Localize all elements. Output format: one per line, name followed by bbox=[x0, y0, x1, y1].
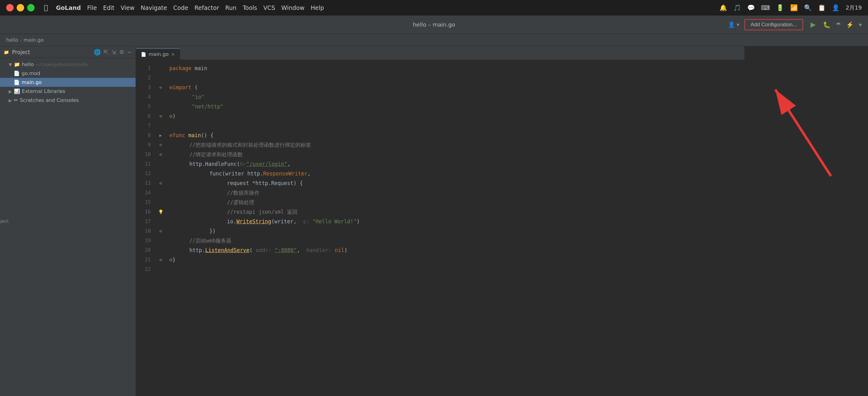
code-line-9: //把前端请求的格式和封装处理函数进行绑定的标签 bbox=[169, 140, 744, 150]
window-title: hello – main.go bbox=[413, 21, 455, 28]
code-line-19: //启动web服务器 bbox=[169, 236, 744, 246]
notification-icon[interactable]: 🔔 bbox=[719, 4, 727, 11]
debug-button[interactable]: 🐛 bbox=[823, 21, 831, 28]
folder-label: hello ~/Code/goRoot/src/hello bbox=[22, 61, 88, 67]
code-line-11: http.HandleFunc(©✓"/user/login", bbox=[169, 159, 744, 169]
menubar-tools[interactable]: Tools bbox=[243, 4, 257, 11]
tree-item-scratches[interactable]: ▶ ✏ Scratches and Consoles bbox=[0, 96, 135, 105]
user-icon[interactable]: 👤 bbox=[832, 4, 840, 11]
menubar-time: 2月19 bbox=[846, 4, 862, 11]
keyboard-icon[interactable]: ⌨ bbox=[761, 4, 770, 11]
apple-menu-icon[interactable]:  bbox=[44, 4, 48, 11]
gutter-bp-3[interactable]: ⊖ bbox=[154, 83, 167, 92]
breadcrumb-file[interactable]: main.go bbox=[24, 37, 43, 43]
titlebar-right-controls: 👤 ▾ Add Configuration... ▶ 🐛 ☂ ⚡ ▾ bbox=[728, 19, 862, 30]
code-line-17: io.WriteString(writer, s: "Hello World!"… bbox=[169, 217, 744, 226]
code-line-6: ⊖) bbox=[169, 112, 744, 121]
expand-icon[interactable]: ⇲ bbox=[112, 49, 116, 55]
breadcrumb-project[interactable]: hello bbox=[6, 37, 18, 43]
go-tab-icon: 📄 bbox=[141, 52, 146, 57]
code-line-13: request *http.Request) { bbox=[169, 179, 744, 188]
menubar-goland[interactable]: GoLand bbox=[56, 4, 81, 11]
chat-icon[interactable]: 💬 bbox=[747, 4, 755, 11]
gutter-bulb-16[interactable]: 💡 bbox=[154, 207, 167, 217]
code-line-4: "io" bbox=[169, 92, 744, 102]
code-line-15: //逻辑处理 bbox=[169, 198, 744, 207]
globe-icon[interactable]: 🌐 bbox=[94, 49, 101, 55]
code-line-12: func(writer http.ResponseWriter, bbox=[169, 169, 744, 179]
music-icon[interactable]: 🎵 bbox=[733, 4, 741, 11]
more-options-button[interactable]: ▾ bbox=[859, 21, 862, 28]
collapse-all-icon[interactable]: ⇱ bbox=[104, 49, 108, 55]
battery-icon[interactable]: 🔋 bbox=[776, 4, 784, 11]
folder-icon: 📁 bbox=[4, 50, 9, 55]
go-mod-label: go.mod bbox=[22, 70, 40, 76]
gutter-bp-21[interactable]: ⊖ bbox=[154, 255, 167, 265]
gutter-run-8[interactable]: ▶ bbox=[154, 131, 167, 140]
control-center-icon[interactable]: 📋 bbox=[818, 4, 826, 11]
wifi-icon[interactable]: 📶 bbox=[790, 4, 798, 11]
code-line-5: "net/http" bbox=[169, 102, 744, 112]
code-line-3: ⊖import ( bbox=[169, 83, 744, 92]
expand-arrow-icon: ▶ bbox=[9, 89, 12, 94]
menubar-run[interactable]: Run bbox=[225, 4, 236, 11]
profile-button[interactable]: ⚡ bbox=[846, 21, 854, 28]
coverage-button[interactable]: ☂ bbox=[836, 21, 841, 28]
editor-tabs: 📄 main.go ✕ bbox=[136, 46, 744, 60]
gutter-bp-6[interactable]: ⊖ bbox=[154, 112, 167, 121]
code-line-22 bbox=[169, 265, 744, 274]
line-numbers: 12345 678910 1112131415 1617181920 2122 bbox=[136, 60, 154, 396]
add-configuration-button[interactable]: Add Configuration... bbox=[744, 19, 803, 30]
gutter-bp-10[interactable]: ⊖ bbox=[154, 150, 167, 159]
menubar-navigate[interactable]: Navigate bbox=[141, 4, 167, 11]
minimize-button[interactable] bbox=[17, 4, 24, 11]
menubar-vcs[interactable]: VCS bbox=[263, 4, 275, 11]
editor-area: 📄 main.go ✕ 12345 678910 1112131415 1617… bbox=[136, 46, 744, 396]
user-avatar-icon[interactable]: 👤 ▾ bbox=[728, 21, 740, 28]
svg-line-1 bbox=[775, 90, 831, 176]
gutter-bp-13[interactable]: ⊖ bbox=[154, 179, 167, 188]
scratches-label: Scratches and Consoles bbox=[20, 97, 79, 103]
search-icon[interactable]: 🔍 bbox=[804, 4, 812, 11]
menubar-file[interactable]: File bbox=[87, 4, 97, 11]
gutter-bp-9[interactable]: ⊖ bbox=[154, 140, 167, 150]
editor-tab-main-go[interactable]: 📄 main.go ✕ bbox=[136, 48, 180, 60]
project-tab-label[interactable]: Project bbox=[0, 217, 10, 225]
maximize-button[interactable] bbox=[27, 4, 35, 11]
sidebar-title: Project bbox=[12, 49, 91, 55]
code-editor[interactable]: 12345 678910 1112131415 1617181920 2122 … bbox=[136, 60, 744, 396]
expand-arrow-icon: ▼ bbox=[9, 62, 12, 67]
close-button[interactable] bbox=[6, 4, 13, 11]
menubar-right-icons: 🔔 🎵 💬 ⌨ 🔋 📶 🔍 📋 👤 2月19 bbox=[719, 4, 862, 11]
tree-item-hello-folder[interactable]: ▼ 📁 hello ~/Code/goRoot/src/hello bbox=[0, 60, 135, 69]
titlebar: hello – main.go 👤 ▾ Add Configuration...… bbox=[0, 16, 868, 34]
sidebar-toolbar: 📁 Project 🌐 ⇱ ⇲ ⚙ − bbox=[0, 46, 135, 58]
tree-item-external-libs[interactable]: ▶ 📊 External Libraries bbox=[0, 87, 135, 96]
menubar-code[interactable]: Code bbox=[173, 4, 188, 11]
lib-icon: 📊 bbox=[14, 88, 20, 94]
gutter-bp-18[interactable]: ⊖ bbox=[154, 226, 167, 236]
code-line-10: //绑定请求和处理函数 bbox=[169, 150, 744, 159]
menubar-help[interactable]: Help bbox=[311, 4, 324, 11]
code-line-14: //数据库操作 bbox=[169, 188, 744, 198]
code-line-8: ⊖func main() { bbox=[169, 131, 744, 140]
close-panel-icon[interactable]: − bbox=[127, 49, 132, 55]
menubar-view[interactable]: View bbox=[121, 4, 135, 11]
code-line-2 bbox=[169, 73, 744, 83]
code-content[interactable]: package main ⊖import ( "io" "net/http" ⊖… bbox=[167, 60, 744, 396]
traffic-lights bbox=[6, 4, 35, 11]
menubar-window[interactable]: Window bbox=[281, 4, 305, 11]
settings-icon[interactable]: ⚙ bbox=[119, 49, 124, 55]
right-panel bbox=[744, 46, 868, 396]
scratch-icon: ✏ bbox=[14, 97, 18, 103]
tab-close-icon[interactable]: ✕ bbox=[171, 52, 175, 57]
code-line-1: package main bbox=[169, 64, 744, 73]
breadcrumb-separator: › bbox=[20, 38, 22, 42]
tab-filename: main.go bbox=[149, 51, 169, 57]
run-button[interactable]: ▶ bbox=[808, 20, 818, 30]
arrow-annotation bbox=[738, 65, 862, 188]
tree-item-go-mod[interactable]: 📄 go.mod bbox=[0, 69, 135, 78]
menubar-refactor[interactable]: Refactor bbox=[195, 4, 219, 11]
menubar-edit[interactable]: Edit bbox=[103, 4, 115, 11]
tree-item-main-go[interactable]: 📄 main.go bbox=[0, 78, 135, 87]
